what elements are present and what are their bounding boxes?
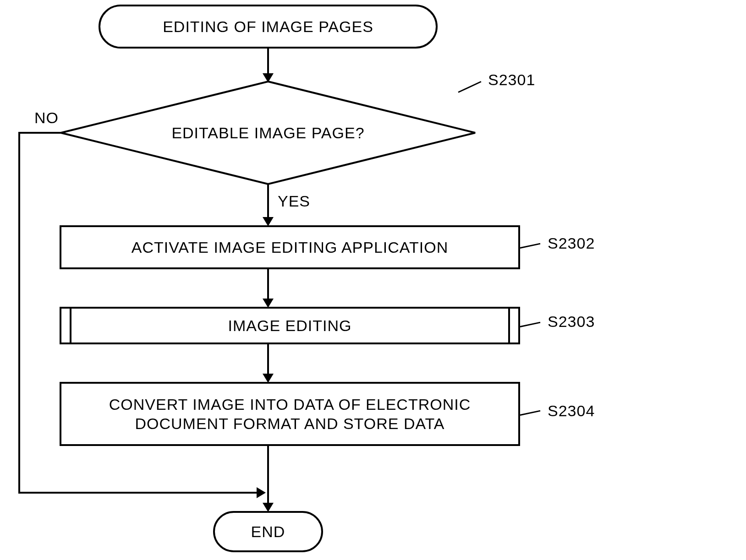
arrowhead-down-icon (263, 503, 274, 512)
step-ref: S2304 (548, 402, 595, 420)
connector (267, 269, 269, 301)
process-step: CONVERT IMAGE INTO DATA OF ELECTRONIC DO… (60, 382, 520, 446)
connector (18, 132, 62, 134)
ref-leader (520, 410, 541, 416)
subprocess-step: IMAGE EDITING (60, 307, 520, 344)
connector (18, 132, 20, 494)
connector (267, 344, 269, 376)
arrowhead-down-icon (263, 217, 274, 226)
connector (18, 492, 259, 494)
arrowhead-right-icon (257, 487, 266, 498)
decision-text: EDITABLE IMAGE PAGE? (171, 124, 364, 142)
ref-leader (520, 243, 541, 249)
arrowhead-down-icon (263, 299, 274, 308)
connector (267, 184, 269, 220)
ref-leader (520, 322, 541, 327)
branch-no-label: NO (34, 109, 59, 127)
process-text: ACTIVATE IMAGE EDITING APPLICATION (132, 239, 448, 256)
end-terminator: END (213, 511, 323, 552)
flowchart-canvas: EDITING OF IMAGE PAGES EDITABLE IMAGE PA… (0, 0, 746, 560)
connector (267, 49, 269, 76)
connector (267, 446, 269, 506)
branch-yes-label: YES (278, 192, 310, 210)
arrowhead-down-icon (263, 374, 274, 383)
decision-node: EDITABLE IMAGE PAGE? (60, 80, 477, 185)
step-ref: S2303 (548, 313, 595, 331)
step-ref: S2302 (548, 234, 595, 252)
start-terminator: EDITING OF IMAGE PAGES (99, 5, 438, 49)
end-label: END (251, 523, 285, 541)
process-step: ACTIVATE IMAGE EDITING APPLICATION (60, 225, 520, 269)
subprocess-text: IMAGE EDITING (228, 317, 352, 335)
step-ref: S2301 (488, 71, 535, 89)
start-label: EDITING OF IMAGE PAGES (163, 18, 373, 36)
process-text: CONVERT IMAGE INTO DATA OF ELECTRONIC DO… (80, 395, 500, 434)
